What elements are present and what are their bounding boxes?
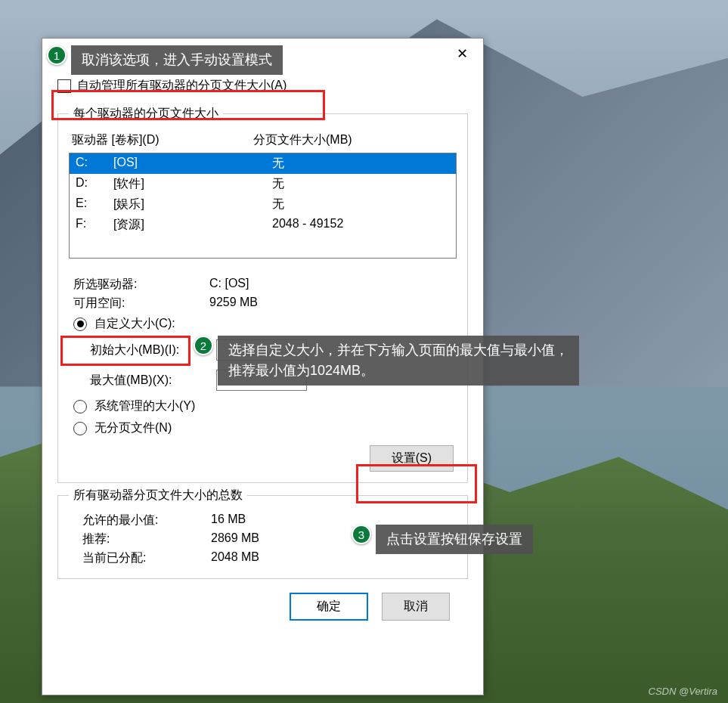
selected-drive-row: 所选驱动器: C: [OS] [73, 275, 457, 294]
drive-row[interactable]: D: [软件] 无 [70, 174, 456, 194]
ok-button[interactable]: 确定 [290, 593, 368, 621]
size-col-header: 分页文件大小(MB) [253, 132, 352, 148]
drive-col-header: 驱动器 [卷标](D) [72, 132, 253, 148]
close-icon[interactable]: ✕ [448, 42, 477, 65]
per-drive-group: 每个驱动器的分页文件大小 驱动器 [卷标](D) 分页文件大小(MB) C: [… [57, 106, 468, 483]
drive-list-header: 驱动器 [卷标](D) 分页文件大小(MB) [69, 129, 457, 151]
radio-system-managed[interactable]: 系统管理的大小(Y) [73, 395, 457, 417]
per-drive-legend: 每个驱动器的分页文件大小 [69, 106, 223, 122]
radio-no-page[interactable]: 无分页文件(N) [73, 420, 172, 436]
callout-2: 2 选择自定义大小，并在下方输入页面的最大值与最小值， 推荐最小值为1024MB… [194, 336, 579, 386]
drive-row[interactable]: C: [OS] 无 [70, 153, 456, 174]
watermark: CSDN @Vertira [649, 686, 717, 697]
radio-system-icon[interactable] [73, 400, 87, 413]
auto-manage-checkbox[interactable] [57, 79, 71, 93]
totals-legend: 所有驱动器分页文件大小的总数 [69, 488, 247, 503]
radio-no-page-row: 无分页文件(N) [73, 417, 457, 439]
callout-3: 3 点击设置按钮保存设置 [352, 525, 533, 554]
drive-list[interactable]: C: [OS] 无 D: [软件] 无 E: [娱乐] 无 F: [资源] [69, 153, 457, 259]
radio-none-icon[interactable] [73, 422, 87, 435]
drive-row[interactable]: F: [资源] 2048 - 49152 [70, 215, 456, 235]
free-space-row: 可用空间: 9259 MB [73, 294, 457, 313]
badge-3: 3 [352, 525, 371, 544]
set-button[interactable]: 设置(S) [370, 445, 454, 472]
badge-2: 2 [194, 336, 213, 355]
auto-manage-label: 自动管理所有驱动器的分页文件大小(A) [77, 78, 287, 94]
badge-1: 1 [47, 45, 67, 65]
auto-manage-checkbox-row[interactable]: 自动管理所有驱动器的分页文件大小(A) [57, 75, 468, 101]
radio-custom-size[interactable]: 自定义大小(C): [73, 313, 457, 335]
radio-custom-icon[interactable] [73, 317, 87, 331]
drive-row[interactable]: E: [娱乐] 无 [70, 194, 456, 215]
cancel-button[interactable]: 取消 [382, 593, 450, 621]
callout-1: 1 取消该选项，进入手动设置模式 [47, 45, 283, 75]
